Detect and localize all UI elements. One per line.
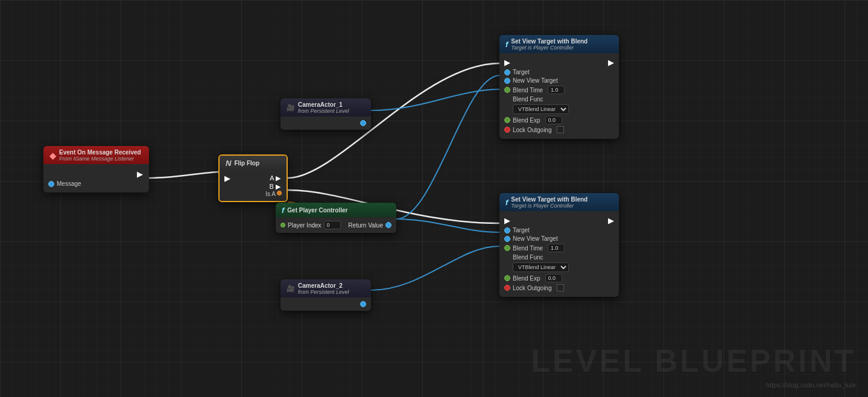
svt2-bf-label: Blend Func (504, 254, 543, 261)
node-event: ◆ Event On Message Received From IGame M… (43, 146, 149, 192)
svt1-target-label: Target (513, 69, 530, 75)
player-index-input[interactable] (324, 221, 341, 229)
svt1-bf-row: Blend Func (504, 96, 614, 103)
svt1-nvt-pin (504, 78, 510, 84)
svt1-nvt-row: New View Target (504, 77, 614, 84)
svt2-bt-pin (504, 245, 510, 251)
svt2-nvt-pin (504, 236, 510, 242)
node-cam1-title: CameraActor_1 (298, 101, 349, 108)
node-event-title: Event On Message Received (59, 149, 141, 156)
svt1-lo-pin (504, 127, 510, 133)
flipflop-exec-row: ▶ A ▶ (224, 174, 282, 183)
svt1-bt-label: Blend Time (513, 87, 543, 94)
cam2-out-pin (360, 301, 366, 307)
node-svt2: f Set View Target with Blend Target is P… (499, 193, 619, 297)
svt1-nvt-label: New View Target (513, 77, 558, 84)
node-svt2-body: ▶ ▶ Target New View Target Blend Time Bl… (499, 211, 619, 297)
svt2-be-label: Blend Exp (513, 275, 540, 282)
node-event-header: ◆ Event On Message Received From IGame M… (43, 146, 149, 164)
svt2-exec-row: ▶ ▶ (504, 216, 614, 225)
svt1-bt-input[interactable] (548, 86, 565, 94)
node-cam2-subtitle: from Persistent Level (298, 289, 349, 295)
svt2-bt-input[interactable] (548, 244, 565, 252)
node-svt1-subtitle: Target is Player Controller (511, 45, 588, 51)
node-gpc: f Get Player Controller Player Index Ret… (276, 203, 396, 233)
svt1-bt-pin (504, 87, 510, 93)
svt1-bf-select[interactable]: VTBlend Linear (513, 104, 569, 114)
node-cam1-subtitle: from Persistent Level (298, 108, 349, 114)
pin-message: Message (48, 180, 144, 187)
node-svt1-title: Set View Target with Blend (511, 38, 588, 45)
cam2-icon: 🎥 (287, 285, 295, 293)
svt1-target-pin (504, 69, 510, 75)
svt2-be-input[interactable] (545, 274, 562, 282)
node-cam2-header: 🎥 CameraActor_2 from Persistent Level (280, 279, 371, 297)
svt2-target-pin (504, 227, 510, 233)
svt2-lo-row: Lock Outgoing (504, 284, 614, 291)
message-pin-dot (48, 181, 54, 187)
return-value-pin (385, 222, 391, 228)
isa-pin-dot (277, 191, 282, 195)
node-cam1-header: 🎥 CameraActor_1 from Persistent Level (280, 98, 371, 116)
node-event-body: ▶ Message (43, 164, 149, 192)
svt1-lo-row: Lock Outgoing (504, 126, 614, 133)
svt2-target-row: Target (504, 227, 614, 233)
cam1-out-pin (360, 120, 366, 126)
svt1-exec-row: ▶ ▶ (504, 58, 614, 67)
svt2-bf-select[interactable]: VTBlend Linear (513, 262, 569, 272)
node-cam2: 🎥 CameraActor_2 from Persistent Level (280, 279, 371, 311)
node-flipflop-body: ▶ A ▶ B ▶ Is A (220, 170, 287, 201)
svt2-icon: f (505, 198, 508, 207)
svt1-be-pin (504, 117, 510, 123)
svt2-nvt-row: New View Target (504, 235, 614, 242)
node-gpc-title: Get Player Controller (287, 207, 347, 214)
event-icon: ◆ (49, 151, 56, 160)
flipflop-icon: N (226, 159, 231, 168)
node-gpc-header: f Get Player Controller (276, 203, 396, 217)
flipflop-b-row: B ▶ (224, 183, 282, 191)
node-svt2-title: Set View Target with Blend (511, 196, 588, 203)
svt1-bf-label: Blend Func (504, 96, 543, 103)
player-index-label: Player Index (288, 222, 322, 229)
svt1-lo-check[interactable] (557, 126, 564, 133)
svt1-icon: f (505, 40, 508, 49)
svt1-be-row: Blend Exp (504, 116, 614, 124)
cam1-icon: 🎥 (287, 104, 295, 112)
svt1-be-input[interactable] (545, 116, 562, 124)
blueprint-canvas (0, 0, 868, 397)
svt2-bf-row: Blend Func (504, 254, 614, 261)
svt2-be-row: Blend Exp (504, 274, 614, 282)
svt2-bt-row: Blend Time (504, 244, 614, 252)
node-svt2-header: f Set View Target with Blend Target is P… (499, 193, 619, 211)
node-svt1-body: ▶ ▶ Target New View Target Blend Time Bl… (499, 53, 619, 139)
return-value-label: Return Value (348, 222, 383, 229)
node-cam2-title: CameraActor_2 (298, 282, 349, 289)
cam2-pin-row (285, 301, 366, 307)
node-event-subtitle: From IGame Message Listener (59, 156, 141, 162)
node-cam1: 🎥 CameraActor_1 from Persistent Level (280, 98, 371, 130)
svt2-lo-check[interactable] (557, 284, 564, 291)
svt1-lo-label: Lock Outgoing (513, 127, 552, 133)
svt2-target-label: Target (513, 227, 530, 233)
node-cam2-body (280, 297, 371, 311)
svt2-lo-pin (504, 285, 510, 291)
player-index-pin (280, 223, 285, 227)
node-cam1-body (280, 116, 371, 130)
watermark-url: https://blog.csdn.net/hello_tute (766, 381, 856, 389)
node-flipflop-header: N Flip Flop (220, 156, 287, 170)
svt1-be-label: Blend Exp (513, 117, 540, 124)
svt2-lo-label: Lock Outgoing (513, 285, 552, 291)
svt2-nvt-label: New View Target (513, 235, 558, 242)
watermark: LEVEL BLUEPRINT (531, 343, 856, 379)
cam1-pin-row (285, 120, 366, 126)
svt2-bt-label: Blend Time (513, 245, 543, 252)
gpc-row: Player Index Return Value (280, 221, 391, 229)
node-gpc-body: Player Index Return Value (276, 217, 396, 233)
pin-exec-out: ▶ (48, 170, 144, 179)
flipflop-isa-row: Is A (224, 191, 282, 197)
node-flipflop-title: Flip Flop (234, 160, 259, 167)
svt1-bt-row: Blend Time (504, 86, 614, 94)
svt2-bf-select-row: VTBlend Linear (504, 262, 614, 272)
svt1-bf-select-row: VTBlend Linear (504, 104, 614, 114)
gpc-icon: f (282, 206, 284, 215)
